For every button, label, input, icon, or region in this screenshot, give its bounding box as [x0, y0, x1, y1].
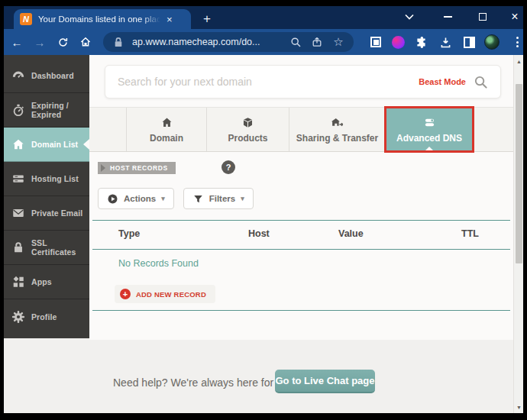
chevron-down-icon: ▾ [241, 195, 244, 202]
screenshot-extension-icon[interactable] [368, 34, 383, 50]
empty-table-message: No Records Found [118, 258, 199, 269]
active-tab-caret [425, 147, 434, 151]
downloads-icon[interactable] [438, 34, 453, 50]
gear-icon [11, 310, 25, 324]
table-actions-row: Actions ▾ Filters ▾ [98, 188, 254, 209]
url-text: ap.www.namecheap.com/do... [132, 37, 282, 47]
profile-avatar[interactable] [484, 34, 500, 50]
window-close-button[interactable]: × [506, 6, 523, 27]
domain-tabs-row: Domain Products Sharing & Transfer Advan… [89, 107, 513, 152]
sidebar: Dashboard Expiring / Expired Domain List… [4, 55, 89, 338]
forward-button[interactable]: → [30, 32, 50, 52]
host-records-ribbon: HOST RECORDS [98, 162, 176, 174]
sidebar-item-domain-list[interactable]: Domain List [4, 128, 89, 162]
sidebar-item-profile[interactable]: Profile [4, 299, 89, 334]
tab-advanced-dns[interactable]: Advanced DNS [385, 108, 473, 151]
window-maximize-button[interactable] [474, 6, 491, 27]
live-chat-button[interactable]: Go to Live Chat page [275, 370, 375, 393]
domain-search-box: Beast Mode [105, 65, 501, 99]
search-icon[interactable] [474, 75, 488, 89]
sidebar-item-label: Domain List [31, 140, 78, 149]
tab-products[interactable]: Products [206, 108, 289, 151]
sidebar-item-label: Dashboard [31, 71, 74, 80]
button-label: Filters [209, 194, 236, 203]
tabs-spacer [89, 108, 126, 151]
home-button[interactable] [76, 32, 95, 52]
tab-label: Advanced DNS [396, 133, 462, 144]
sidebar-item-hosting-list[interactable]: Hosting List [4, 162, 89, 196]
sidebar-item-expiring-expired[interactable]: Expiring / Expired [4, 93, 89, 128]
extensions-puzzle-icon[interactable] [413, 34, 428, 50]
scroll-up-arrow-icon[interactable]: ▲ [514, 57, 523, 66]
cube-icon [241, 116, 254, 129]
tab-label: Domain [150, 133, 183, 144]
lock-icon [11, 241, 25, 254]
sidebar-item-dashboard[interactable]: Dashboard [4, 59, 89, 93]
window-minimize-button[interactable] [439, 6, 456, 27]
scroll-down-arrow-icon[interactable]: ▼ [514, 402, 523, 412]
table-divider [92, 220, 510, 221]
column-header-ttl: TTL [461, 228, 479, 239]
sidebar-item-label: SSL Certificates [31, 238, 89, 257]
sidebar-item-apps[interactable]: Apps [4, 265, 89, 299]
section-label: HOST RECORDS [110, 164, 168, 172]
chevron-down-icon: ▾ [161, 195, 165, 202]
stopwatch-icon [11, 103, 25, 117]
play-circle-icon [107, 193, 118, 205]
dns-server-icon [423, 116, 436, 129]
browser-toolbar: ← → ap.www.namecheap.com/do... ☆ [4, 29, 523, 55]
refresh-button[interactable] [53, 32, 73, 52]
actions-button[interactable]: Actions ▾ [98, 188, 174, 209]
tab-label: Sharing & Transfer [296, 133, 378, 144]
tab-sharing-transfer[interactable]: Sharing & Transfer [289, 108, 385, 151]
sidebar-item-label: Apps [31, 277, 52, 286]
ribbon-arrow-icon [101, 164, 105, 172]
back-button[interactable]: ← [7, 32, 27, 52]
page-scrollbar[interactable]: ▲ ▼ [513, 55, 523, 413]
beast-mode-toggle[interactable]: Beast Mode [419, 77, 466, 86]
domain-search-input[interactable] [118, 76, 411, 88]
add-new-record-button[interactable]: + ADD NEW RECORD [115, 285, 215, 303]
tab-domain[interactable]: Domain [126, 108, 206, 151]
tab-title: Your Domains listed in one place [38, 15, 160, 24]
new-tab-button[interactable]: + [199, 11, 215, 27]
tabs-filler [473, 108, 513, 151]
screenshot-frame: N Your Domains listed in one place × + ×… [0, 0, 527, 420]
bookmark-star-icon[interactable]: ☆ [331, 35, 346, 49]
address-bar[interactable]: ap.www.namecheap.com/do... ☆ [103, 32, 354, 52]
side-panel-icon[interactable] [461, 34, 477, 50]
apps-grid-icon [11, 275, 25, 289]
purple-extension-icon[interactable] [390, 34, 406, 50]
house-icon [160, 116, 173, 129]
column-header-value: Value [338, 228, 364, 239]
sidebar-item-label: Expiring / Expired [31, 101, 89, 119]
zoom-search-icon[interactable] [288, 36, 303, 48]
plus-circle-icon: + [120, 289, 131, 299]
namecheap-favicon-icon: N [20, 13, 32, 25]
browser-menu-icon[interactable] [509, 34, 525, 50]
window-chevron-down-icon[interactable] [401, 6, 418, 27]
main-panel: Beast Mode Domain Products Sharing & Tra… [89, 55, 513, 340]
sidebar-item-private-email[interactable]: Private Email [4, 196, 89, 231]
share-icon[interactable] [309, 36, 325, 48]
help-icon[interactable]: ? [221, 160, 235, 174]
column-header-type: Type [118, 228, 140, 239]
active-item-notch [83, 139, 89, 150]
tab-close-icon[interactable]: × [167, 15, 173, 24]
envelope-icon [11, 206, 25, 220]
filters-button[interactable]: Filters ▾ [183, 188, 254, 209]
browser-tab-strip: N Your Domains listed in one place × + × [4, 6, 523, 29]
footer-help-text: Need help? We're always here for you. [113, 376, 297, 389]
sidebar-item-label: Hosting List [31, 174, 79, 183]
page-viewport: Dashboard Expiring / Expired Domain List… [4, 55, 523, 413]
browser-tab[interactable]: N Your Domains listed in one place × [14, 9, 191, 29]
house-arrow-icon [331, 116, 344, 129]
sidebar-item-ssl-certificates[interactable]: SSL Certificates [4, 231, 89, 265]
house-icon [11, 137, 25, 151]
scrollbar-thumb[interactable] [516, 84, 522, 263]
red-annotation-box [384, 106, 474, 153]
tab-label: Products [228, 133, 267, 144]
button-label: Actions [124, 194, 156, 203]
sidebar-item-label: Profile [31, 312, 57, 321]
gauge-icon [11, 69, 25, 82]
